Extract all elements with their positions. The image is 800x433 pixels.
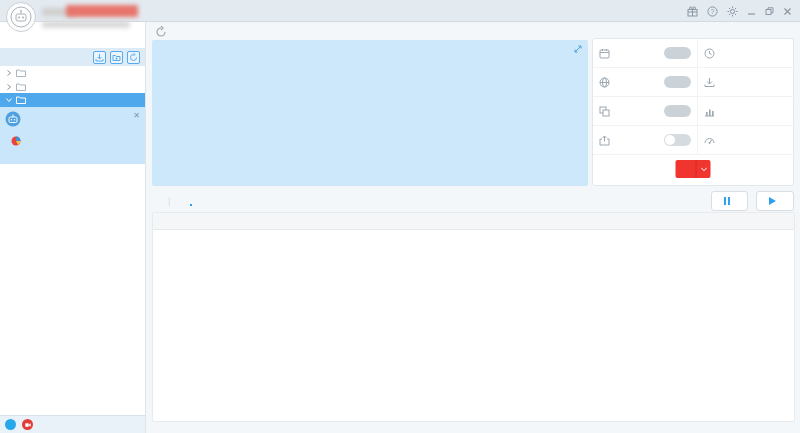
folder-icon — [16, 96, 26, 104]
download-icon — [704, 77, 715, 88]
folder-item-samples[interactable] — [0, 80, 145, 94]
data-table — [153, 213, 794, 230]
gift-icon[interactable] — [687, 6, 698, 17]
folder-icon — [16, 69, 26, 77]
start-button[interactable] — [756, 191, 794, 211]
help-icon[interactable]: ? — [707, 6, 718, 17]
sidebar-footer — [0, 415, 145, 433]
data-row — [697, 97, 795, 126]
robot-avatar — [5, 111, 21, 127]
export-icon — [599, 135, 610, 146]
schedule-icon — [599, 48, 610, 59]
folder-item-default[interactable] — [0, 93, 145, 107]
runtime-row — [697, 39, 795, 68]
ip-rotation-row — [593, 68, 697, 97]
folder-item-test[interactable] — [0, 66, 145, 80]
expand-chart-icon[interactable] — [573, 44, 583, 54]
col-header-field1-link[interactable] — [566, 213, 794, 229]
close-icon[interactable] — [783, 7, 792, 16]
dedup-toggle[interactable] — [664, 105, 691, 117]
svg-text:?: ? — [711, 7, 715, 14]
speed-chart — [152, 40, 588, 186]
col-header-index[interactable] — [153, 213, 189, 229]
data-icon — [704, 106, 715, 117]
import-task-icon[interactable] — [93, 51, 106, 64]
skype-icon[interactable] — [5, 419, 16, 430]
speed-row — [697, 126, 795, 155]
dedup-icon — [599, 106, 610, 117]
all-tasks-header — [0, 48, 145, 66]
refresh-icon[interactable] — [155, 26, 167, 38]
app-logo — [6, 2, 36, 32]
globe-icon — [599, 77, 610, 88]
sidebar: ✕ — [0, 22, 146, 433]
chevron-right-icon — [6, 70, 12, 76]
status-panel — [592, 38, 794, 186]
folder-icon — [16, 83, 26, 91]
play-icon — [769, 197, 776, 205]
task-close-icon[interactable]: ✕ — [133, 111, 140, 120]
new-folder-icon[interactable] — [110, 51, 123, 64]
auto-export-toggle[interactable] — [664, 134, 691, 146]
pie-chart-icon — [11, 136, 21, 146]
data-table-card — [152, 212, 795, 422]
auto-export-row — [593, 126, 697, 155]
ip-rotation-toggle[interactable] — [664, 76, 691, 88]
task-card[interactable]: ✕ — [0, 107, 145, 164]
speedup-button[interactable] — [676, 160, 711, 178]
data-toolbar: | — [154, 190, 794, 212]
chevron-right-icon — [6, 84, 12, 90]
speedometer-icon — [704, 135, 715, 146]
main-area: | — [146, 22, 800, 433]
speedup-dropdown-icon[interactable] — [696, 160, 711, 178]
col-header-title-link[interactable] — [189, 213, 566, 229]
settings-icon[interactable] — [727, 6, 738, 17]
pause-button[interactable] — [711, 191, 748, 211]
pause-icon — [724, 197, 730, 205]
schedule-row — [593, 39, 697, 68]
download-row — [697, 68, 795, 97]
window-controls: ? — [687, 0, 792, 22]
clock-icon — [704, 48, 715, 59]
redacted-account-badge — [66, 5, 138, 17]
speed-chart-svg — [152, 40, 588, 186]
related-scraping-link[interactable] — [11, 136, 140, 146]
video-icon[interactable] — [22, 419, 33, 430]
redacted-account-subtext — [42, 21, 130, 28]
dedup-row — [593, 97, 697, 126]
minimize-icon[interactable] — [747, 7, 756, 16]
schedule-toggle[interactable] — [664, 47, 691, 59]
chevron-down-icon — [6, 97, 12, 103]
maximize-icon[interactable] — [765, 7, 774, 16]
toolbar-divider: | — [168, 196, 170, 206]
sync-icon[interactable] — [127, 51, 140, 64]
